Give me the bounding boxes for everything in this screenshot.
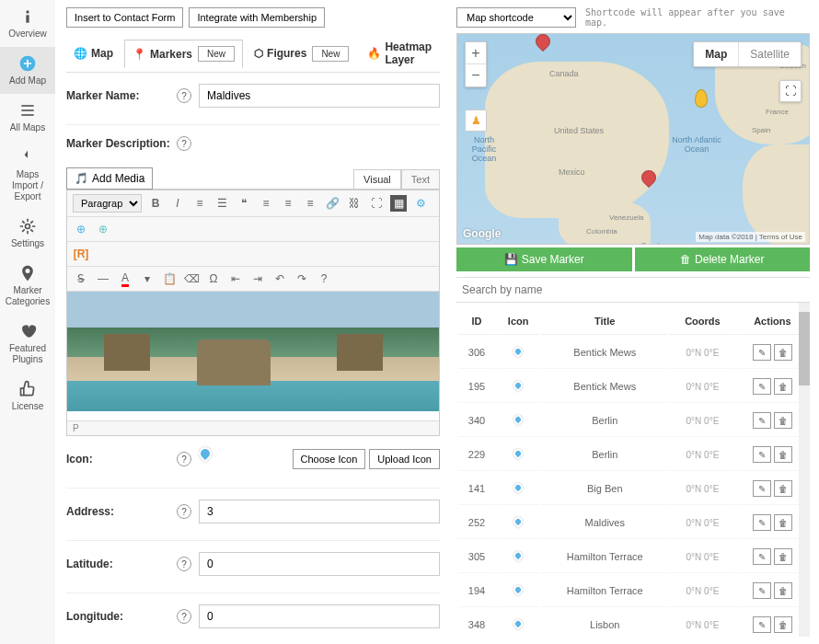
paragraph-select[interactable]: Paragraph — [73, 194, 142, 213]
new-badge[interactable]: New — [312, 46, 349, 62]
zoom-in-button[interactable]: + — [466, 42, 486, 64]
map[interactable]: Canada United States Mexico North Pacifi… — [456, 33, 810, 245]
map-type-map[interactable]: Map — [694, 42, 739, 66]
sidebar-item-license[interactable]: License — [0, 373, 55, 420]
strike-icon[interactable]: S̶ — [73, 270, 89, 287]
edit-button[interactable]: ✎ — [753, 480, 771, 497]
delete-button[interactable]: 🗑 — [774, 582, 792, 599]
map-marker-red[interactable] — [533, 33, 554, 52]
delete-button[interactable]: 🗑 — [774, 480, 792, 497]
hr-icon[interactable]: — — [95, 270, 111, 287]
link-icon[interactable]: 🔗 — [324, 195, 340, 212]
scrollbar[interactable] — [799, 303, 810, 637]
fullscreen-button[interactable]: ⛶ — [779, 80, 802, 102]
delete-button[interactable]: 🗑 — [774, 548, 792, 565]
fullscreen-icon[interactable]: ⛶ — [368, 195, 385, 212]
indent-icon[interactable]: ⇥ — [249, 270, 266, 287]
delete-button[interactable]: 🗑 — [774, 344, 792, 361]
outdent-icon[interactable]: ⇤ — [227, 270, 244, 287]
toolbar-toggle-icon[interactable]: ▦ — [390, 195, 407, 212]
sidebar-item-settings[interactable]: Settings — [0, 210, 55, 257]
help-icon[interactable]: ? — [177, 452, 191, 466]
extra-icon[interactable]: ⚙ — [412, 195, 429, 212]
sidebar-item-marker-categories[interactable]: Marker Categories — [0, 257, 55, 315]
sidebar-item-import-export[interactable]: Maps Import / Export — [0, 141, 55, 210]
delete-button[interactable]: 🗑 — [774, 378, 792, 395]
align-left-icon[interactable]: ≡ — [258, 195, 274, 212]
help-icon[interactable]: ? — [177, 504, 191, 519]
tab-figures[interactable]: ⬡FiguresNew — [247, 40, 356, 67]
marker-name-input[interactable] — [199, 84, 440, 108]
clear-icon[interactable]: ⌫ — [183, 270, 200, 287]
chevron-down-icon[interactable]: ▾ — [139, 270, 156, 287]
search-input[interactable] — [456, 277, 810, 303]
longitude-input[interactable] — [199, 604, 440, 628]
address-input[interactable] — [199, 500, 440, 523]
scrollbar-thumb[interactable] — [799, 312, 810, 385]
th-id[interactable]: ID — [458, 308, 495, 335]
integrate-membership-button[interactable]: Integrate with Membership — [189, 7, 325, 28]
sidebar-item-overview[interactable]: Overview — [0, 0, 55, 47]
edit-button[interactable]: ✎ — [753, 344, 771, 361]
list-ol-icon[interactable]: ☰ — [213, 195, 230, 212]
help-icon[interactable]: ? — [316, 270, 332, 287]
map-attribution[interactable]: Map data ©2018 | Terms of Use — [696, 232, 805, 242]
choose-icon-button[interactable]: Choose Icon — [293, 449, 366, 469]
edit-button[interactable]: ✎ — [753, 582, 771, 599]
delete-button[interactable]: 🗑 — [774, 412, 792, 429]
map-type-satellite[interactable]: Satellite — [739, 42, 801, 66]
sidebar-item-add-map[interactable]: Add Map — [0, 47, 55, 94]
latitude-input[interactable] — [199, 552, 440, 576]
omega-icon[interactable]: Ω — [205, 270, 222, 287]
plugin-icon-1[interactable]: ⊕ — [73, 221, 89, 237]
pegman-icon[interactable]: ♟ — [465, 109, 487, 132]
delete-marker-button[interactable]: 🗑Delete Marker — [635, 247, 811, 271]
th-icon[interactable]: Icon — [497, 308, 539, 335]
plugin-icon-2[interactable]: ⊕ — [95, 221, 111, 237]
help-icon[interactable]: ? — [177, 136, 191, 151]
help-icon[interactable]: ? — [177, 609, 191, 624]
th-title[interactable]: Title — [541, 308, 668, 335]
tab-map[interactable]: 🌐Map — [66, 41, 121, 65]
delete-button[interactable]: 🗑 — [774, 616, 792, 633]
new-badge[interactable]: New — [198, 46, 235, 62]
tab-markers[interactable]: 📍MarkersNew — [124, 40, 243, 68]
shortcode-select[interactable]: Map shortcode — [456, 7, 576, 28]
marker-table-scroll[interactable]: ID Icon Title Coords Actions 306 Bentick… — [456, 303, 810, 637]
editor-content[interactable] — [67, 292, 439, 420]
insert-contact-button[interactable]: Insert to Contact Form — [66, 7, 183, 28]
zoom-out-button[interactable]: − — [466, 64, 486, 86]
redo-icon[interactable]: ↷ — [294, 270, 310, 287]
edit-button[interactable]: ✎ — [753, 514, 771, 531]
align-center-icon[interactable]: ≡ — [280, 195, 296, 212]
delete-button[interactable]: 🗑 — [774, 514, 792, 531]
italic-icon[interactable]: I — [169, 195, 186, 212]
text-tab[interactable]: Text — [401, 169, 440, 189]
help-icon[interactable]: ? — [177, 557, 191, 571]
paste-icon[interactable]: 📋 — [161, 270, 178, 287]
r-icon[interactable]: [R] — [73, 246, 89, 262]
edit-button[interactable]: ✎ — [753, 378, 771, 395]
quote-icon[interactable]: ❝ — [236, 195, 252, 212]
upload-icon-button[interactable]: Upload Icon — [369, 449, 440, 469]
text-color-icon[interactable]: A — [117, 270, 133, 287]
sidebar-item-all-maps[interactable]: All Maps — [0, 94, 55, 141]
tab-heatmap[interactable]: 🔥Heatmap Layer — [360, 35, 440, 72]
th-coords[interactable]: Coords — [670, 308, 734, 335]
undo-icon[interactable]: ↶ — [271, 270, 288, 287]
unlink-icon[interactable]: ⛓ — [346, 195, 363, 212]
edit-button[interactable]: ✎ — [753, 412, 771, 429]
align-right-icon[interactable]: ≡ — [302, 195, 318, 212]
save-marker-button[interactable]: 💾Save Marker — [456, 247, 632, 271]
map-marker-yellow[interactable] — [695, 89, 708, 108]
delete-button[interactable]: 🗑 — [774, 446, 792, 463]
visual-tab[interactable]: Visual — [353, 169, 401, 189]
help-icon[interactable]: ? — [177, 88, 191, 103]
edit-button[interactable]: ✎ — [753, 616, 771, 633]
edit-button[interactable]: ✎ — [753, 548, 771, 565]
edit-button[interactable]: ✎ — [753, 446, 771, 463]
sidebar-item-featured-plugins[interactable]: Featured Plugins — [0, 315, 55, 373]
bold-icon[interactable]: B — [147, 195, 164, 212]
add-media-button[interactable]: 🎵Add Media — [66, 167, 153, 190]
list-ul-icon[interactable]: ≡ — [191, 195, 208, 212]
